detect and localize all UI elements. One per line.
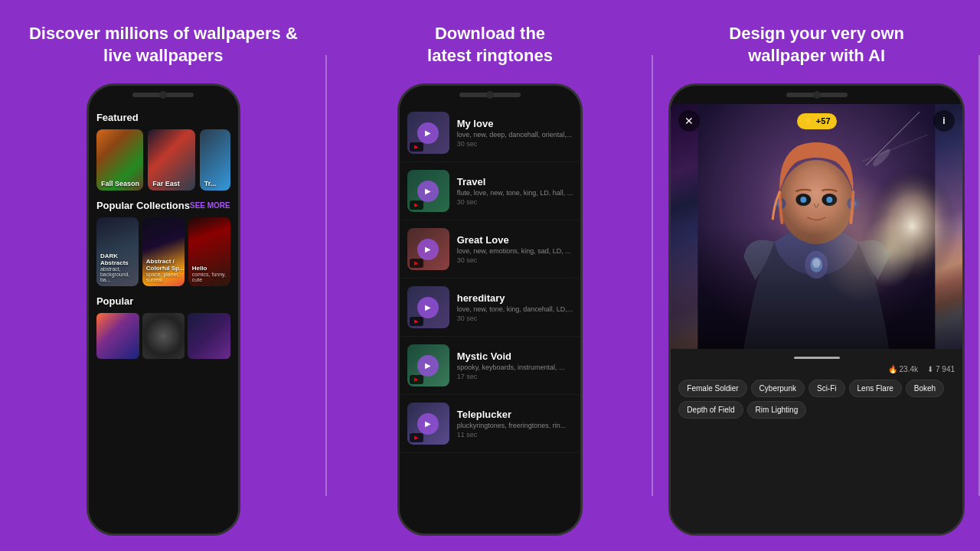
ringtone-duration-4: 30 sec xyxy=(457,315,573,322)
info-button[interactable]: i xyxy=(933,110,955,132)
ringtone-info-4: hereditary love, new, tone, king, danceh… xyxy=(457,292,573,322)
popular-item-2[interactable] xyxy=(142,313,185,359)
ringtone-thumb-2: ▶ ▶ xyxy=(407,170,449,212)
featured-item-label-1: Fall Season xyxy=(101,180,139,187)
phone-1: Featured Fall Season Far East Tr... Popu… xyxy=(87,83,240,536)
youtube-icon-6: ▶ xyxy=(410,433,423,442)
phone-camera-1 xyxy=(159,91,167,99)
featured-item-1[interactable]: Fall Season xyxy=(96,129,143,191)
collection-label-3: Hello comics, funny, cute xyxy=(192,265,230,282)
phone-3: ✕ ⚡ +57 i 🔥 23.4k xyxy=(668,83,965,536)
ringtone-duration-2: 30 sec xyxy=(457,198,573,206)
phone-camera-2 xyxy=(486,91,494,99)
collection-label-1: DARK Abstracts abstract, background, ba.… xyxy=(100,253,139,282)
featured-grid: Fall Season Far East Tr... xyxy=(96,129,230,191)
popular-item-1[interactable] xyxy=(96,313,139,359)
collection-item-2[interactable]: Abstract / Colorful Sp... space, planet,… xyxy=(142,217,185,286)
tag-cyberpunk[interactable]: Cyberpunk xyxy=(751,380,805,397)
ringtones-title: Download the latest ringtones xyxy=(427,23,553,67)
ringtone-name-4: hereditary xyxy=(457,292,573,304)
wallpapers-title: Discover millions of wallpapers & live w… xyxy=(29,23,298,67)
youtube-icon-5: ▶ xyxy=(410,375,423,384)
ringtone-thumb-6: ▶ ▶ xyxy=(407,403,449,445)
phone-screen-1: Featured Fall Season Far East Tr... Popu… xyxy=(89,104,238,533)
play-button-2[interactable]: ▶ xyxy=(417,181,439,202)
play-button-3[interactable]: ▶ xyxy=(417,239,439,260)
ringtone-duration-1: 30 sec xyxy=(457,140,573,148)
wallpapers-panel: Discover millions of wallpapers & live w… xyxy=(0,0,327,551)
youtube-icon-3: ▶ xyxy=(410,259,423,268)
ringtone-name-5: Mystic Void xyxy=(457,350,573,362)
popular-grid xyxy=(96,313,230,359)
tags-row: Female Soldier Cyberpunk Sci-Fi Lens Fla… xyxy=(678,380,955,419)
ringtone-name-1: My love xyxy=(457,118,573,129)
ai-stats: 🔥 23.4k ⬇ 7 941 xyxy=(678,365,955,373)
ai-image-overlay xyxy=(671,104,962,349)
ai-slider xyxy=(678,357,955,359)
ringtone-tags-3: love, new, emotions, king, sad, LD, ... xyxy=(457,247,573,255)
popular-item-3[interactable] xyxy=(188,313,230,359)
ringtone-list: ▶ ▶ My love love, new, deep, dancehall, … xyxy=(400,104,581,453)
phone-2: ▶ ▶ My love love, new, deep, dancehall, … xyxy=(397,83,583,536)
ringtone-info-1: My love love, new, deep, dancehall, orie… xyxy=(457,118,573,148)
tag-scifi[interactable]: Sci-Fi xyxy=(808,380,845,397)
collection-item-3[interactable]: Hello comics, funny, cute xyxy=(188,217,230,286)
play-button-4[interactable]: ▶ xyxy=(417,297,439,318)
featured-item-3[interactable]: Tr... xyxy=(200,129,230,191)
ringtone-thumb-1: ▶ ▶ xyxy=(407,112,449,154)
ringtone-item-4[interactable]: ▶ ▶ hereditary love, new, tone, king, da… xyxy=(400,279,581,337)
collection-item-1[interactable]: DARK Abstracts abstract, background, ba.… xyxy=(96,217,139,286)
ringtone-tags-6: pluckyringtones, freeringtones, rin... xyxy=(457,422,573,429)
ringtones-panel: Download the latest ringtones ▶ ▶ My lov… xyxy=(327,0,654,551)
featured-item-label-2: Far East xyxy=(152,180,180,187)
see-more-button[interactable]: SEE MORE xyxy=(190,201,230,210)
fire-icon: 🔥 xyxy=(888,365,897,373)
ringtone-info-2: Travel flute, love, new, tone, king, LD,… xyxy=(457,176,573,206)
ai-top-bar: ✕ ⚡ +57 i xyxy=(671,110,962,132)
tag-depth-of-field[interactable]: Depth of Field xyxy=(678,401,743,419)
tag-bokeh[interactable]: Bokeh xyxy=(906,380,944,397)
download-icon: ⬇ xyxy=(927,365,933,373)
youtube-icon-1: ▶ xyxy=(410,142,423,152)
ringtone-item-6[interactable]: ▶ ▶ Teleplucker pluckyringtones, freerin… xyxy=(400,395,581,453)
lightning-icon: ⚡ xyxy=(803,116,814,126)
youtube-icon-4: ▶ xyxy=(410,317,423,326)
ringtone-tags-5: spooky, keyboards, instrumental, ... xyxy=(457,364,573,371)
ringtone-item-3[interactable]: ▶ ▶ Great Love love, new, emotions, king… xyxy=(400,220,581,279)
youtube-icon-2: ▶ xyxy=(410,201,423,210)
close-button[interactable]: ✕ xyxy=(678,110,700,132)
ringtone-info-6: Teleplucker pluckyringtones, freerington… xyxy=(457,409,573,439)
collections-header: Popular Collections SEE MORE xyxy=(96,200,230,211)
tag-rim-lighting[interactable]: Rim Lighting xyxy=(747,401,807,419)
ringtone-thumb-5: ▶ ▶ xyxy=(407,344,449,386)
coin-badge: ⚡ +57 xyxy=(797,113,837,129)
ai-panel: Design your very own wallpaper with AI xyxy=(653,0,980,551)
tag-lens-flare[interactable]: Lens Flare xyxy=(849,380,902,397)
featured-item-label-3: Tr... xyxy=(204,180,217,187)
ai-title: Design your very own wallpaper with AI xyxy=(729,23,904,67)
downloads-count: 7 941 xyxy=(936,365,955,373)
collections-grid: DARK Abstracts abstract, background, ba.… xyxy=(96,217,230,286)
ringtone-info-3: Great Love love, new, emotions, king, sa… xyxy=(457,234,573,264)
ringtone-name-6: Teleplucker xyxy=(457,409,573,420)
wallpaper-content: Featured Fall Season Far East Tr... Popu… xyxy=(89,104,238,367)
featured-item-2[interactable]: Far East xyxy=(148,129,194,191)
ringtone-duration-6: 11 sec xyxy=(457,431,573,439)
ringtone-item-2[interactable]: ▶ ▶ Travel flute, love, new, tone, king,… xyxy=(400,162,581,220)
play-button-6[interactable]: ▶ xyxy=(417,413,439,435)
ringtone-tags-4: love, new, tone, king, dancehall, LD,... xyxy=(457,305,573,313)
play-button-1[interactable]: ▶ xyxy=(417,122,439,144)
slider-bar xyxy=(794,357,840,359)
ringtone-name-2: Travel xyxy=(457,176,573,187)
phone-notch-1 xyxy=(89,86,238,104)
ringtone-item-5[interactable]: ▶ ▶ Mystic Void spooky, keyboards, instr… xyxy=(400,337,581,395)
phone-notch-2 xyxy=(400,86,581,104)
ringtone-item-1[interactable]: ▶ ▶ My love love, new, deep, dancehall, … xyxy=(400,104,581,162)
ringtone-name-3: Great Love xyxy=(457,234,573,246)
ringtone-tags-1: love, new, deep, dancehall, oriental,... xyxy=(457,131,573,139)
ringtone-duration-5: 17 sec xyxy=(457,373,573,380)
ringtone-thumb-3: ▶ ▶ xyxy=(407,228,449,270)
play-button-5[interactable]: ▶ xyxy=(417,355,439,377)
ringtone-tags-2: flute, love, new, tone, king, LD, hall, … xyxy=(457,189,573,197)
tag-female-soldier[interactable]: Female Soldier xyxy=(678,380,746,397)
